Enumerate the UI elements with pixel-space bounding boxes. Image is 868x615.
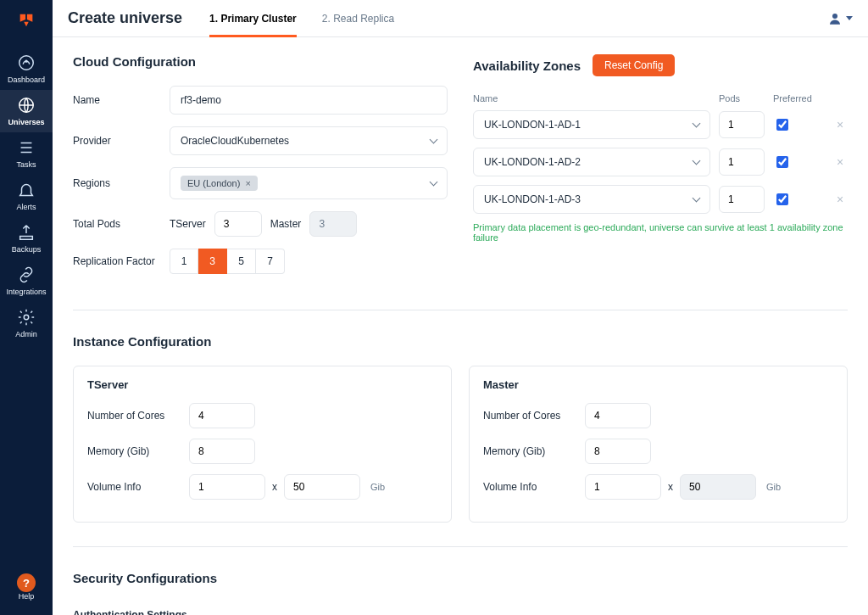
globe-icon — [17, 96, 36, 115]
provider-select[interactable]: OracleCloudKubernetes — [170, 126, 448, 155]
user-icon — [827, 11, 843, 26]
reset-config-button[interactable]: Reset Config — [593, 54, 675, 76]
rf-option-1[interactable]: 1 — [170, 249, 198, 274]
az-header-name: Name — [473, 93, 710, 103]
divider — [73, 310, 848, 310]
nav-backups[interactable]: Backups — [0, 217, 53, 260]
name-label: Name — [73, 94, 170, 106]
label: Alerts — [16, 203, 36, 211]
master-vol-count[interactable] — [585, 474, 661, 500]
az-remove[interactable]: × — [832, 155, 848, 169]
label: Backups — [12, 245, 42, 254]
page-title: Create universe — [68, 9, 182, 27]
tab-read-replica[interactable]: 2. Read Replica — [322, 0, 394, 36]
chip-remove[interactable]: × — [245, 178, 250, 188]
rf-label: Replication Factor — [73, 255, 170, 267]
az-name-value: UK-LONDON-1-AD-1 — [484, 119, 581, 131]
az-name-select[interactable]: UK-LONDON-1-AD-2 — [473, 148, 710, 176]
master-memory-input[interactable] — [585, 439, 651, 464]
regions-select[interactable]: EU (London) × — [170, 167, 448, 199]
instance-title: Instance Configuration — [73, 334, 848, 349]
nav-tasks[interactable]: Tasks — [0, 132, 53, 175]
times: x — [272, 481, 277, 493]
chevron-down-icon — [430, 136, 438, 144]
regions-label: Regions — [73, 177, 170, 189]
card-title: TServer — [87, 378, 437, 391]
unit: Gib — [370, 482, 385, 492]
total-pods-label: Total Pods — [73, 218, 170, 230]
nav-help[interactable]: ? Help — [0, 567, 53, 607]
provider-value: OracleCloudKubernetes — [181, 135, 289, 147]
tserver-memory-input[interactable] — [189, 439, 255, 464]
sidebar: Dashboard Universes Tasks Alerts Backups… — [0, 0, 53, 615]
nav-admin[interactable]: Admin — [0, 302, 53, 344]
rf-group: 1 3 5 7 — [170, 249, 448, 274]
svg-point-1 — [25, 60, 27, 62]
rf-option-7[interactable]: 7 — [256, 249, 285, 274]
tab-primary-cluster[interactable]: 1. Primary Cluster — [209, 0, 297, 36]
az-remove[interactable]: × — [832, 193, 848, 206]
label: Universes — [8, 118, 44, 126]
rf-option-3[interactable]: 3 — [198, 249, 227, 274]
az-pods-input[interactable] — [719, 148, 765, 176]
mem-label: Memory (Gib) — [87, 445, 189, 457]
tserver-cores-input[interactable] — [189, 403, 255, 428]
az-pods-input[interactable] — [719, 186, 765, 213]
master-vol-size — [680, 474, 756, 500]
times: x — [668, 481, 673, 493]
list-icon — [17, 138, 36, 157]
chevron-down-icon — [693, 194, 701, 203]
az-name-select[interactable]: UK-LONDON-1-AD-1 — [473, 110, 710, 139]
cloud-config: Cloud Configuration Name Provider Oracle… — [73, 54, 448, 286]
tserver-card: TServer Number of Cores Memory (Gib) Vol… — [73, 366, 452, 523]
label: Dashboard — [8, 75, 45, 84]
upload-icon — [17, 223, 36, 242]
cores-label: Number of Cores — [483, 410, 585, 422]
chevron-down-icon — [693, 157, 701, 165]
tserver-vol-size[interactable] — [284, 474, 360, 500]
security-title: Security Configurations — [73, 571, 848, 585]
az-row: UK-LONDON-1-AD-3 × — [473, 185, 848, 214]
label: Help — [19, 592, 35, 601]
provider-label: Provider — [73, 135, 170, 147]
az-pods-input[interactable] — [719, 111, 765, 138]
link-icon — [17, 266, 36, 284]
az-name-value: UK-LONDON-1-AD-2 — [484, 156, 581, 168]
az-name-select[interactable]: UK-LONDON-1-AD-3 — [473, 185, 710, 214]
chip-text: EU (London) — [187, 178, 240, 188]
az-status-message: Primary data placement is geo-redundant,… — [473, 222, 848, 243]
az-preferred-checkbox[interactable] — [776, 156, 788, 168]
auth-settings-title: Authentication Settings — [73, 609, 848, 615]
vol-label: Volume Info — [87, 481, 189, 493]
mem-label: Memory (Gib) — [483, 445, 585, 457]
user-menu[interactable] — [827, 11, 853, 26]
rf-option-5[interactable]: 5 — [227, 249, 256, 274]
az-preferred-checkbox[interactable] — [776, 193, 788, 205]
label: Integrations — [6, 288, 46, 296]
unit: Gib — [766, 482, 781, 492]
header: Create universe 1. Primary Cluster 2. Re… — [53, 0, 868, 37]
master-card: Master Number of Cores Memory (Gib) Volu… — [469, 366, 848, 523]
nav-dashboard[interactable]: Dashboard — [0, 48, 53, 90]
main: Cloud Configuration Name Provider Oracle… — [53, 37, 868, 615]
az-row: UK-LONDON-1-AD-2 × — [473, 148, 848, 176]
az-header-pref: Preferred — [773, 93, 824, 103]
bell-icon — [17, 181, 36, 199]
cores-label: Number of Cores — [87, 410, 189, 422]
tserver-vol-count[interactable] — [189, 474, 265, 500]
nav-alerts[interactable]: Alerts — [0, 175, 53, 217]
nav-universes[interactable]: Universes — [0, 90, 53, 132]
logo — [0, 0, 53, 41]
az-preferred-checkbox[interactable] — [776, 119, 788, 131]
master-pods-label: Master — [270, 218, 302, 230]
tserver-pods-input[interactable] — [214, 211, 262, 237]
nav-integrations[interactable]: Integrations — [0, 260, 53, 302]
availability-zones: Availability Zones Reset Config Name Pod… — [473, 54, 848, 286]
section-title: Cloud Configuration — [73, 54, 448, 69]
name-input[interactable] — [170, 86, 448, 115]
help-icon: ? — [17, 573, 36, 592]
vol-label: Volume Info — [483, 481, 585, 493]
master-cores-input[interactable] — [585, 403, 651, 428]
label: Admin — [15, 330, 37, 338]
az-remove[interactable]: × — [832, 118, 848, 131]
